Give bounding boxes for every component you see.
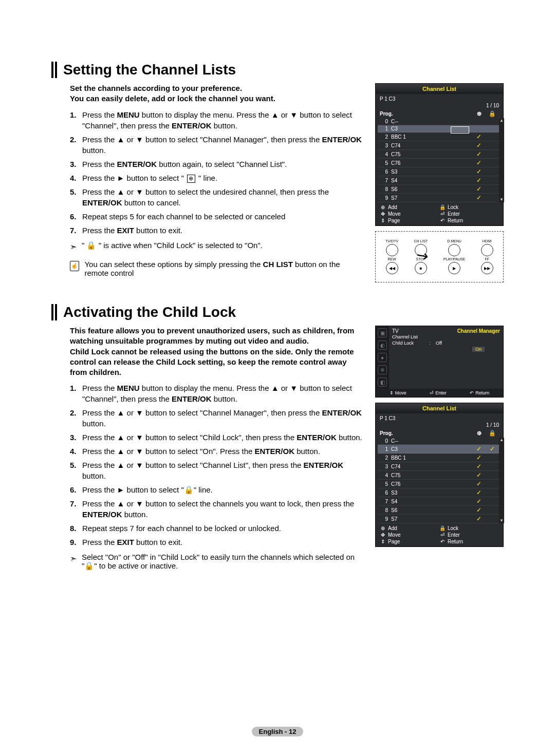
osd-channel-list-1: Channel List P 1 C3 1 / 10 Prog. ⊕ 🔒 ▲▼ … [375, 83, 504, 226]
lock-icon: 🔒 [439, 525, 446, 531]
osd1-current: P 1 C3 [380, 96, 395, 102]
osd1-page: 1 / 10 [486, 103, 499, 108]
enter-icon: ⏎ [430, 390, 434, 395]
cm-child-lock: Child Lock: Off [392, 340, 500, 346]
osd2-header: Prog. ⊕ 🔒 [376, 429, 503, 438]
return-icon: ↶ [470, 390, 474, 395]
step: 2.Press the ▲ or ▼ button to select "Cha… [70, 134, 365, 156]
scrollbar[interactable]: ▲▼ [499, 438, 504, 523]
section1-heading: Setting the Channel Lists [63, 62, 236, 78]
page-icon: ⇕ [380, 218, 386, 223]
return-icon: ↶ [439, 539, 446, 544]
enter-icon: ⏎ [439, 211, 446, 217]
arrow-icon: ➣ [70, 554, 77, 563]
step: 1.Press the MENU button to display the m… [70, 109, 365, 131]
osd-row: 1C3✓✓ [378, 445, 501, 453]
remote-btn-tvdtv [386, 244, 398, 256]
step: 1.Press the MENU button to display the m… [70, 383, 365, 404]
cm-tv-label: TV [392, 328, 399, 334]
page-icon: ⇕ [380, 539, 386, 544]
osd2-current: P 1 C3 [380, 415, 395, 421]
arrow-icon: ➣ [70, 242, 77, 252]
osd-row: 0C-- [378, 438, 501, 445]
arrow-note-1: ➣ " 🔒 " is active when "Child Lock" is s… [70, 241, 365, 252]
step: 8.Repeat steps 7 for each channel to be … [70, 523, 365, 534]
osd2-list: ▲▼ 0C--1C3✓✓2BBC 1✓3C74✓4C75✓5C76✓6S3✓7S… [376, 438, 503, 523]
cm-on-selected: On [472, 347, 485, 352]
lock-icon: 🔒 [439, 204, 446, 210]
osd-row: 3C74✓ [378, 141, 501, 150]
move-icon: ⇕ [390, 390, 394, 395]
section2-steps: 1.Press the MENU button to display the m… [70, 383, 365, 547]
step: 3.Press the ENTER/OK button again, to se… [70, 159, 365, 169]
osd-row: 3C74✓ [378, 462, 501, 471]
step: 4.Press the ▲ or ▼ button to select "On"… [70, 446, 365, 457]
step: 5.Press the ▲ or ▼ button to select the … [70, 186, 365, 208]
osd-row: 2BBC 1✓ [378, 133, 501, 141]
section2-title: Activating the Child Lock [51, 304, 504, 320]
cm-sidebar: ▣ ◐ ● ✲ ◧ [376, 326, 389, 389]
add-icon: ⊕ [472, 430, 486, 437]
osd-channel-manager: ▣ ◐ ● ✲ ◧ TV Channel Manager Channel Lis… [375, 326, 504, 398]
step: 9.Press the EXIT button to exit. [70, 537, 365, 547]
section1-intro: Set the channels according to your prefe… [70, 83, 365, 104]
osd-row: 1C3 [378, 125, 501, 133]
cm-channel-list: Channel List [392, 334, 500, 340]
arrow-note-2: ➣ Select "On" or "Off" in "Child Lock" t… [70, 553, 365, 571]
step: 7.Press the ▲ or ▼ button to select the … [70, 498, 365, 520]
cm-title: Channel Manager [457, 328, 500, 334]
osd-row: 0C-- [378, 118, 501, 125]
plus-icon: ⊕ [380, 525, 386, 531]
box-note-1: ☝ You can select these options by simply… [70, 260, 365, 277]
move-icon: ✥ [380, 532, 386, 538]
osd-row: 9S7✓ [378, 515, 501, 523]
remote-btn-play: ▶ [448, 262, 460, 274]
remote-diagram: ↘ TV/DTV REW ◀◀ CH LIST STOP ■ D.MENU PL… [375, 231, 504, 282]
section1-title: Setting the Channel Lists [51, 62, 504, 78]
osd-row: 7S4✓ [378, 497, 501, 506]
side-icon-5: ◧ [378, 377, 387, 387]
osd2-page: 1 / 10 [486, 422, 499, 428]
remote-btn-ff: ▶▶ [481, 262, 493, 274]
finger-icon: ☝ [70, 261, 79, 271]
osd-row: 8S6✓ [378, 185, 501, 194]
step: 7.Press the EXIT button to exit. [70, 225, 365, 236]
osd-row: 4C75✓ [378, 471, 501, 480]
side-icon-4: ✲ [378, 365, 387, 374]
section1-steps: 1.Press the MENU button to display the m… [70, 109, 365, 236]
osd-row: 4C75✓ [378, 150, 501, 159]
osd-row: 5C76✓ [378, 480, 501, 488]
side-icon-3: ● [378, 353, 387, 362]
osd-row: 6S3✓ [378, 167, 501, 176]
step: 6.Press the ► button to select "🔒" line. [70, 484, 365, 495]
step: 2.Press the ▲ or ▼ button to select "Cha… [70, 407, 365, 429]
osd-row: 7S4✓ [378, 176, 501, 185]
osd1-title: Channel List [376, 84, 503, 94]
step: 5.Press the ▲ or ▼ button to select "Cha… [70, 460, 365, 481]
cm-footer: ⇕Move ⏎Enter ↶Return [376, 389, 503, 397]
section2-intro: This feature allows you to prevent unaut… [70, 326, 365, 377]
side-icon-2: ◐ [378, 341, 387, 350]
osd-row: 2BBC 1✓ [378, 453, 501, 462]
page-footer: English - 12 [0, 728, 555, 735]
osd1-header: Prog. ⊕ 🔒 [376, 109, 503, 118]
scrollbar[interactable]: ▲▼ [499, 118, 504, 202]
osd2-footer: ⊕Add 🔒Lock ✥Move ⏎Enter ⇕Page ↶Return [376, 523, 503, 546]
lock-icon: 🔒 [486, 110, 499, 117]
osd2-title: Channel List [376, 403, 503, 413]
enter-icon: ⏎ [439, 532, 446, 538]
osd-row: 6S3✓ [378, 488, 501, 497]
add-icon: ⊕ [472, 110, 486, 117]
move-icon: ✥ [380, 211, 386, 217]
section2-heading: Activating the Child Lock [63, 304, 236, 320]
osd-row: 9S7✓ [378, 194, 501, 202]
osd-row: 8S6✓ [378, 506, 501, 515]
remote-btn-hdmi [481, 244, 493, 256]
remote-btn-rew: ◀◀ [386, 262, 398, 274]
osd1-list: ▲▼ 0C--1C32BBC 1✓3C74✓4C75✓5C76✓6S3✓7S4✓… [376, 118, 503, 202]
plus-icon: ⊕ [380, 204, 386, 210]
step: 4.Press the ► button to select " ⊕ " lin… [70, 173, 365, 183]
step: 6.Repeat steps 5 for each channel to be … [70, 211, 365, 222]
lock-icon: 🔒 [486, 430, 499, 437]
osd-row: 5C76✓ [378, 159, 501, 167]
